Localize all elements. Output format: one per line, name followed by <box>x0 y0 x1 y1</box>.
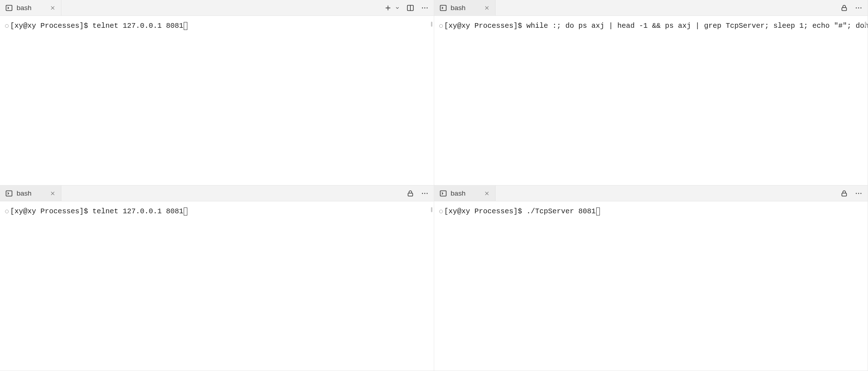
svg-point-18 <box>858 193 859 194</box>
prompt: [xy@xy Processes]$ <box>444 207 527 215</box>
tab-bash[interactable]: bash <box>434 186 496 201</box>
cursor <box>596 208 600 215</box>
terminal-line: [xy@xy Processes]$ ./TcpServer 8081 <box>438 207 864 215</box>
close-icon[interactable] <box>484 190 490 197</box>
scrollbar[interactable] <box>865 22 866 27</box>
more-icon[interactable] <box>855 4 863 12</box>
scrollbar[interactable] <box>431 22 432 27</box>
svg-rect-11 <box>408 193 413 196</box>
terminal-pane-3: bash [xy@xy Processes]$ ./TcpServer 8081 <box>434 186 868 371</box>
terminal-body[interactable]: [xy@xy Processes]$ telnet 127.0.0.1 8081 <box>0 201 434 371</box>
svg-point-17 <box>856 193 857 194</box>
prompt: [xy@xy Processes]$ <box>10 22 92 30</box>
command-text: telnet 127.0.0.1 8081 <box>92 207 183 215</box>
chevron-down-icon[interactable] <box>395 5 400 10</box>
terminal-icon <box>439 4 447 12</box>
tab-bar: bash <box>434 186 868 201</box>
terminal-grid: bash <box>0 0 868 371</box>
tab-bash[interactable]: bash <box>0 0 61 16</box>
scrollbar[interactable] <box>431 207 432 212</box>
svg-point-12 <box>422 193 423 194</box>
tab-bar: bash <box>0 0 434 16</box>
svg-point-19 <box>860 193 862 194</box>
tab-title: bash <box>451 4 480 12</box>
terminal-pane-1: bash [xy@xy Processes]$ while :; do ps a… <box>434 0 868 186</box>
svg-point-13 <box>424 193 425 194</box>
command-text: telnet 127.0.0.1 8081 <box>92 22 183 30</box>
lock-icon[interactable] <box>840 4 848 12</box>
gutter-marker <box>438 24 444 28</box>
terminal-line: [xy@xy Processes]$ while :; do ps axj | … <box>438 22 864 30</box>
svg-point-3 <box>424 7 425 8</box>
lock-icon[interactable] <box>406 189 414 197</box>
terminal-pane-2: bash [xy@xy Processes]$ telnet 127.0.0.1… <box>0 186 434 371</box>
tab-title: bash <box>451 189 480 197</box>
svg-rect-6 <box>842 8 847 10</box>
tab-actions <box>835 186 868 201</box>
svg-point-2 <box>422 7 423 8</box>
close-icon[interactable] <box>49 5 56 11</box>
terminal-body[interactable]: [xy@xy Processes]$ telnet 127.0.0.1 8081 <box>0 16 434 185</box>
tab-actions <box>379 0 434 16</box>
command-text: while :; do ps axj | head -1 && ps axj |… <box>527 22 868 30</box>
prompt: [xy@xy Processes]$ <box>10 207 92 215</box>
tab-actions <box>401 186 434 201</box>
svg-point-9 <box>860 7 862 8</box>
terminal-icon <box>439 189 447 197</box>
tab-actions <box>835 0 868 16</box>
close-icon[interactable] <box>49 190 56 197</box>
terminal-line: [xy@xy Processes]$ telnet 127.0.0.1 8081 <box>4 22 430 30</box>
svg-point-4 <box>426 7 427 8</box>
svg-point-8 <box>858 7 859 8</box>
terminal-body[interactable]: [xy@xy Processes]$ ./TcpServer 8081 <box>434 201 868 371</box>
terminal-line: [xy@xy Processes]$ telnet 127.0.0.1 8081 <box>4 207 430 215</box>
terminal-icon <box>5 4 13 12</box>
more-icon[interactable] <box>421 4 429 12</box>
new-tab-icon[interactable] <box>384 4 392 12</box>
svg-point-14 <box>426 193 427 194</box>
gutter-marker <box>438 210 444 213</box>
tab-title: bash <box>17 4 46 12</box>
more-icon[interactable] <box>855 189 863 197</box>
svg-point-7 <box>856 7 857 8</box>
tab-bar: bash <box>434 0 868 16</box>
terminal-icon <box>5 189 13 197</box>
tab-bar: bash <box>0 186 434 201</box>
cursor <box>184 22 187 30</box>
lock-icon[interactable] <box>840 189 848 197</box>
more-icon[interactable] <box>421 189 429 197</box>
terminal-body[interactable]: [xy@xy Processes]$ while :; do ps axj | … <box>434 16 868 185</box>
prompt: [xy@xy Processes]$ <box>444 22 527 30</box>
split-icon[interactable] <box>406 4 414 12</box>
close-icon[interactable] <box>484 5 490 11</box>
tab-title: bash <box>17 189 46 197</box>
gutter-marker <box>4 210 10 213</box>
tab-bash[interactable]: bash <box>0 186 61 201</box>
gutter-marker <box>4 24 10 28</box>
svg-rect-16 <box>842 193 847 196</box>
terminal-pane-0: bash <box>0 0 434 186</box>
command-text: ./TcpServer 8081 <box>527 207 596 215</box>
tab-bash[interactable]: bash <box>434 0 496 16</box>
cursor <box>184 208 187 215</box>
